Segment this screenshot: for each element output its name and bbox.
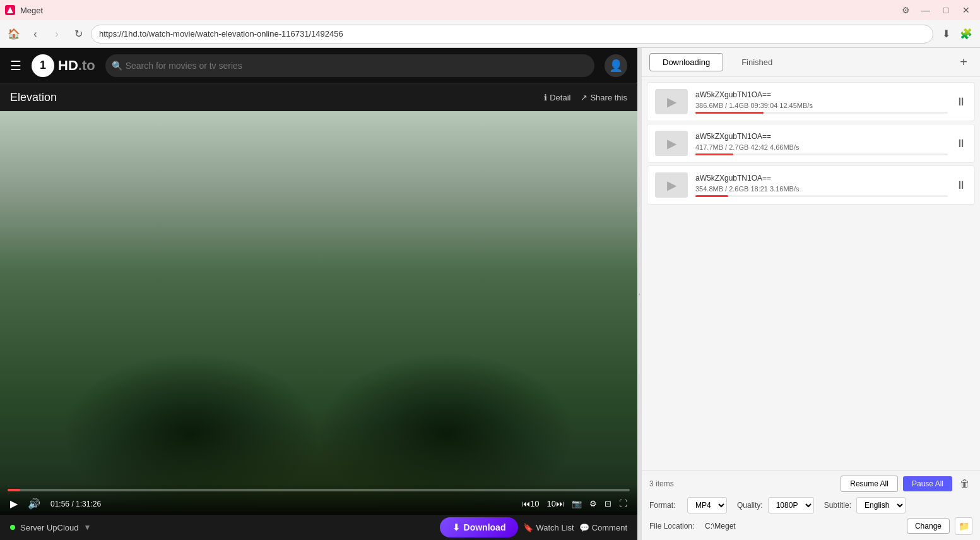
download-page-button[interactable]: ⬇	[937, 25, 955, 43]
movie-actions: ℹ Detail ↗ Share this	[544, 93, 627, 102]
tab-finished[interactable]: Finished	[728, 53, 786, 71]
app-title: Meget	[20, 6, 43, 15]
comment-icon: 💬	[579, 523, 589, 532]
progress-fill	[8, 489, 20, 491]
settings-video-button[interactable]: ⚙	[587, 498, 599, 510]
change-location-button[interactable]: Change	[907, 519, 950, 534]
delete-all-button[interactable]: 🗑	[957, 477, 972, 491]
subtitle-label: Subtitle:	[824, 501, 851, 510]
format-label: Format:	[649, 501, 682, 510]
skip-back-button[interactable]: ⏮10	[519, 498, 541, 510]
settings-button[interactable]: ⚙	[897, 3, 914, 17]
item-info-1: aW5kZXgubTN1OA== 417.7MB / 2.7GB 42:42 4…	[695, 132, 948, 155]
download-item: ▶ aW5kZXgubTN1OA== 417.7MB / 2.7GB 42:42…	[647, 124, 975, 163]
download-icon: ⬇	[452, 522, 460, 532]
format-select[interactable]: MP4	[687, 497, 727, 513]
svg-marker-0	[7, 7, 13, 13]
quality-select[interactable]: 1080P	[768, 497, 814, 513]
video-controls: ▶ 🔊 01:56 / 1:31:26 ⏮10 10⏭ 📷 ⚙	[0, 484, 637, 515]
control-buttons-group: ⏮10 10⏭ 📷 ⚙ ⊡ ⛶	[519, 498, 630, 510]
fullscreen-button[interactable]: ⛶	[617, 498, 630, 510]
open-folder-button[interactable]: 📁	[955, 517, 972, 535]
item-info-2: aW5kZXgubTN1OA== 354.8MB / 2.6GB 18:21 3…	[695, 174, 948, 197]
meget-tabs: Downloading Finished +	[642, 48, 980, 77]
comment-button[interactable]: 💬 Comment	[579, 523, 627, 532]
format-row: Format: MP4 Quality: 1080P Subtitle: Eng…	[649, 497, 972, 513]
item-name-2: aW5kZXgubTN1OA==	[695, 174, 948, 183]
video-area[interactable]: ▶ 🔊 01:56 / 1:31:26 ⏮10 10⏭ 📷 ⚙	[0, 111, 637, 515]
close-button[interactable]: ✕	[957, 3, 975, 17]
item-pause-button-1[interactable]: ⏸	[955, 137, 967, 150]
detail-button[interactable]: ℹ Detail	[544, 93, 570, 102]
tab-downloading[interactable]: Downloading	[649, 53, 723, 71]
play-icon: ▶	[667, 136, 676, 151]
maximize-button[interactable]: □	[937, 3, 955, 17]
item-stats-0: 386.6MB / 1.4GB 09:39:04 12.45MB/s	[695, 102, 948, 109]
site-logo: 1 HD.to	[32, 54, 95, 77]
watchlist-icon: 🔖	[523, 523, 533, 532]
current-time: 01:56 / 1:31:26	[50, 500, 101, 508]
item-thumbnail-1: ▶	[655, 131, 688, 156]
extension-button[interactable]: 🧩	[957, 25, 975, 43]
progress-bar[interactable]	[8, 489, 630, 491]
pause-all-button[interactable]: Pause All	[903, 476, 952, 491]
forward-button[interactable]: ›	[48, 25, 66, 43]
search-icon: 🔍	[112, 61, 122, 71]
file-location-path: C:\Meget	[705, 522, 902, 531]
screenshot-button[interactable]: 📷	[569, 498, 584, 510]
item-progress-fill-1	[695, 153, 733, 155]
movie-title: Elevation	[10, 91, 57, 104]
download-item: ▶ aW5kZXgubTN1OA== 354.8MB / 2.6GB 18:21…	[647, 165, 975, 205]
server-status-dot	[10, 525, 15, 530]
file-location-label: File Location:	[649, 522, 700, 531]
browser-content: ☰ 1 HD.to 🔍 👤 Elevation ℹ Detail	[0, 48, 637, 540]
mountain-overlay	[0, 111, 637, 515]
item-progress-fill-0	[695, 112, 764, 114]
search-wrapper: 🔍	[105, 54, 594, 77]
user-button[interactable]: 👤	[605, 54, 627, 77]
pip-button[interactable]: ⊡	[602, 498, 614, 510]
item-pause-button-2[interactable]: ⏸	[955, 179, 967, 192]
search-input[interactable]	[105, 54, 594, 77]
watch-list-button[interactable]: 🔖 Watch List	[523, 523, 574, 532]
item-progress-bar-2	[695, 195, 948, 197]
item-info-0: aW5kZXgubTN1OA== 386.6MB / 1.4GB 09:39:0…	[695, 90, 948, 114]
item-progress-bar-0	[695, 112, 948, 114]
play-icon: ▶	[667, 94, 676, 109]
controls-row: ▶ 🔊 01:56 / 1:31:26 ⏮10 10⏭ 📷 ⚙	[8, 496, 630, 511]
url-display: https://1hd.to/watch-movie/watch-elevati…	[99, 29, 925, 39]
play-icon: ▶	[667, 177, 676, 193]
resume-all-button[interactable]: Resume All	[841, 476, 898, 492]
bottom-controls: 3 items Resume All Pause All 🗑 Format: M…	[642, 470, 980, 540]
subtitle-select[interactable]: English	[856, 497, 906, 513]
quality-label: Quality:	[737, 501, 763, 510]
window-controls: ⚙ — □ ✕	[897, 3, 975, 17]
menu-button[interactable]: ☰	[10, 58, 21, 73]
back-button[interactable]: ‹	[27, 25, 44, 43]
server-dropdown-icon: ▼	[84, 523, 92, 532]
movie-header: Elevation ℹ Detail ↗ Share this	[0, 83, 637, 111]
meget-panel: Downloading Finished + ▶ aW5kZXgubTN1OA=…	[641, 48, 980, 540]
download-item: ▶ aW5kZXgubTN1OA== 386.6MB / 1.4GB 09:39…	[647, 82, 975, 121]
volume-button[interactable]: 🔊	[25, 496, 43, 511]
video-placeholder	[0, 111, 637, 515]
skip-forward-button[interactable]: 10⏭	[545, 498, 567, 510]
play-button[interactable]: ▶	[8, 496, 20, 511]
share-button[interactable]: ↗ Share this	[581, 93, 627, 102]
minimize-button[interactable]: —	[917, 3, 935, 17]
item-stats-1: 417.7MB / 2.7GB 42:42 4.66MB/s	[695, 143, 948, 151]
item-progress-bar-1	[695, 153, 948, 155]
site-header: ☰ 1 HD.to 🔍 👤	[0, 48, 637, 83]
share-icon: ↗	[581, 93, 587, 102]
home-button[interactable]: 🏠	[5, 25, 23, 43]
app-icon	[5, 5, 15, 15]
item-pause-button-0[interactable]: ⏸	[955, 95, 967, 109]
add-download-button[interactable]: +	[955, 54, 972, 71]
logo-text: HD.to	[58, 57, 95, 74]
item-stats-2: 354.8MB / 2.6GB 18:21 3.16MB/s	[695, 185, 948, 193]
bottom-bar: Server UpCloud ▼ ⬇ Download 🔖 Watch List…	[0, 515, 637, 540]
video-controls-overlay: ▶ 🔊 01:56 / 1:31:26 ⏮10 10⏭ 📷 ⚙	[0, 484, 637, 515]
address-bar[interactable]: https://1hd.to/watch-movie/watch-elevati…	[91, 25, 933, 44]
download-button[interactable]: ⬇ Download	[440, 517, 519, 537]
refresh-button[interactable]: ↻	[69, 25, 87, 43]
